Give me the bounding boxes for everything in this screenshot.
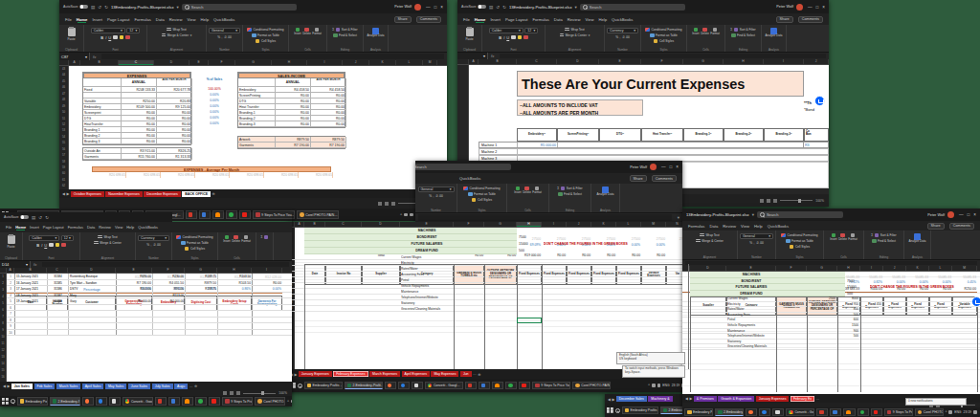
sheet-tab[interactable]: & Premises: [694, 396, 717, 402]
taskbar-item[interactable]: [871, 408, 882, 416]
taskbar-item[interactable]: [155, 397, 167, 406]
page-layout-view-icon[interactable]: [767, 199, 770, 203]
comma-style-button[interactable]: ,: [433, 194, 434, 198]
taskbar-item[interactable]: 2.Embroide: [660, 406, 684, 415]
dropbox-badge-icon[interactable]: [971, 296, 980, 307]
font-size-select[interactable]: 12▾: [126, 28, 140, 34]
row-headers[interactable]: 4344454647484950515253545556575859606162: [59, 66, 69, 189]
taskbar-item[interactable]: [168, 397, 180, 406]
align-icon[interactable]: [696, 239, 701, 244]
comments-button[interactable]: Comments: [416, 16, 441, 23]
autosave-toggle[interactable]: AutoSave: [63, 5, 88, 10]
tab-scroll-right-icon[interactable]: ▶: [7, 384, 10, 388]
sheet-tab[interactable]: March Sales: [56, 384, 80, 389]
close-button[interactable]: ×: [676, 165, 679, 169]
number-format-select[interactable]: General▾: [740, 233, 773, 240]
taskbar-item[interactable]: [195, 397, 207, 406]
ribbon-tab-quickbooks[interactable]: QuickBooks: [459, 176, 480, 181]
zoom-slider[interactable]: [780, 200, 813, 201]
taskbar-item[interactable]: [746, 408, 757, 416]
ribbon-tab[interactable]: Data: [554, 17, 563, 22]
analyze-data-button[interactable]: Analyze Data: [368, 28, 385, 38]
decimal-buttons[interactable]: .0 .00: [756, 241, 764, 245]
expense-extra-row[interactable]: GarmentsR15 760.00R1 313.33: [83, 154, 190, 160]
cell-styles-button[interactable]: Cell Styles: [261, 39, 276, 43]
insert-button[interactable]: Insert: [514, 187, 522, 194]
save-icon[interactable]: ▤: [91, 5, 95, 10]
tab-scroll-right-icon[interactable]: ▶: [66, 191, 69, 196]
conditional-formatting-button[interactable]: Conditional Formatting: [651, 28, 681, 32]
cell-styles-button[interactable]: Cell Styles: [795, 245, 810, 249]
taskbar-item[interactable]: 2.Embroidery-Profit…: [50, 397, 80, 406]
find-select-button[interactable]: Find & Select: [564, 192, 582, 196]
sheet-grid[interactable]: EXPENSES ANNUALAVE PER MONTH FixedR248 1…: [69, 66, 447, 189]
ribbon-tab[interactable]: Review: [568, 17, 581, 22]
percent-style-button[interactable]: %: [146, 243, 149, 247]
format-as-table-button[interactable]: Format as Table: [257, 33, 279, 37]
user-avatar[interactable]: [414, 4, 421, 11]
taskbar-item[interactable]: [759, 408, 770, 416]
user-avatar[interactable]: [650, 164, 657, 170]
undo-icon[interactable]: ↺: [496, 5, 500, 10]
tab-scroll-right-icon[interactable]: ▶: [612, 397, 614, 402]
format-button[interactable]: Format: [848, 233, 858, 241]
ribbon-tab[interactable]: Page Layout: [505, 17, 528, 22]
taskbar-item[interactable]: 9 Steps To Price You…: [884, 408, 913, 416]
new-sheet-icon[interactable]: ⊕: [478, 372, 480, 377]
taskbar-item[interactable]: [209, 397, 220, 406]
taskbar-item[interactable]: [505, 382, 517, 390]
merge-center-button[interactable]: Merge & Center: [566, 33, 588, 37]
comments-button[interactable]: Comments: [798, 16, 823, 23]
percent-style-button[interactable]: %: [615, 35, 618, 39]
taskbar-item[interactable]: [858, 408, 869, 416]
analyze-data-button[interactable]: Analyze Data: [909, 233, 926, 244]
cell-styles-button[interactable]: Cell Styles: [659, 39, 674, 43]
number-format-select[interactable]: Currency▾: [607, 28, 638, 34]
font-name-select[interactable]: Calibri▾: [91, 28, 125, 34]
ribbon-tab[interactable]: Help: [126, 225, 134, 230]
wrap-text-button[interactable]: Wrap Text: [570, 28, 584, 32]
paste-button[interactable]: Paste: [465, 37, 473, 41]
ribbon-tab[interactable]: Home: [15, 225, 26, 230]
autosum-button[interactable]: Σ: [332, 28, 334, 32]
maximize-button[interactable]: □: [816, 5, 819, 10]
taskbar-item[interactable]: Corel PHOTO-PAIN…: [915, 408, 944, 416]
find-select-button[interactable]: Find & Select: [737, 33, 755, 37]
tab-overflow-icon[interactable]: …: [816, 397, 820, 401]
underline-button[interactable]: U: [44, 243, 47, 248]
minimize-button[interactable]: —: [661, 165, 666, 169]
taskbar-item[interactable]: [479, 382, 490, 390]
format-button[interactable]: Format: [710, 28, 720, 35]
close-button[interactable]: ×: [973, 212, 976, 217]
tab-overflow-icon[interactable]: …: [189, 384, 193, 388]
sheet-tab[interactable]: January Expenses: [299, 371, 332, 377]
sales-extra-row[interactable]: GarmentsR7 190.00R7 190.00: [238, 143, 345, 148]
share-button[interactable]: Share: [776, 16, 793, 23]
normal-view-icon[interactable]: [223, 391, 227, 395]
ribbon-tab[interactable]: Review: [99, 225, 111, 230]
name-box[interactable]: C87▾: [59, 53, 90, 60]
sheet-tab[interactable]: February Ex: [791, 396, 814, 402]
sheet-tab[interactable]: May Sales: [105, 384, 126, 389]
sheet-tab[interactable]: Jan Sales: [11, 384, 33, 389]
ribbon-tab[interactable]: QuickBooks: [612, 17, 633, 22]
formula-input[interactable]: [42, 262, 289, 267]
borders-icon[interactable]: [49, 243, 54, 248]
close-button[interactable]: ×: [440, 5, 443, 10]
sheet-tab[interactable]: March Expenses: [369, 371, 400, 377]
insert-button[interactable]: Insert: [692, 28, 700, 35]
ribbon-tab[interactable]: Insert: [92, 17, 101, 22]
taskbar-item[interactable]: Embroidery Profits …: [304, 382, 343, 390]
autosave-toggle[interactable]: AutoSave: [461, 5, 486, 10]
machine-row-2[interactable]: Machine 2: [479, 148, 829, 155]
taskbar-item[interactable]: Convetti - Googl…: [122, 397, 153, 406]
taskbar-item[interactable]: [385, 382, 396, 390]
taskbar-item[interactable]: Corel PHOTO-PAIN…: [572, 382, 611, 390]
tab-scroll-left-icon[interactable]: ◀: [685, 396, 688, 401]
format-button[interactable]: Format: [532, 187, 542, 194]
sheet-tab[interactable]: June Sales: [128, 384, 150, 389]
ribbon-tab[interactable]: Formulas: [134, 17, 150, 22]
format-as-table-button[interactable]: Format as Table: [474, 192, 496, 196]
autosum-button[interactable]: Σ: [261, 235, 263, 239]
sheet-tab[interactable]: Machinery &: [648, 396, 672, 402]
